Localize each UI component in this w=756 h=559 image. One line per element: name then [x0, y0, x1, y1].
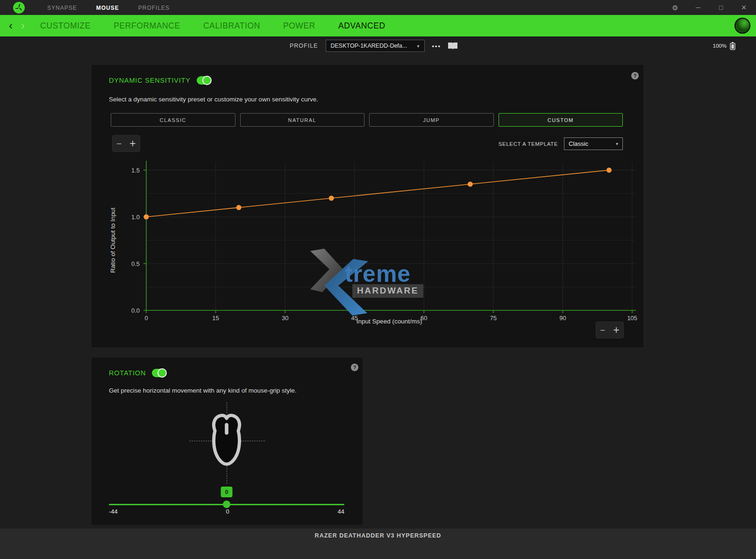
curve-point[interactable]: [144, 215, 149, 220]
zoom-out-button[interactable]: −: [116, 139, 121, 148]
profile-dropdown[interactable]: DESKTOP-1KAREDD-Defa... ▾: [326, 40, 425, 52]
device-nav-items: CUSTOMIZE PERFORMANCE CALIBRATION POWER …: [40, 21, 385, 31]
chart-zoom-control-top: − +: [112, 135, 140, 152]
profile-dropdown-value: DESKTOP-1KAREDD-Defa...: [331, 43, 407, 49]
device-navbar: ‹ › CUSTOMIZE PERFORMANCE CALIBRATION PO…: [0, 15, 756, 36]
razer-logo-icon: [13, 2, 25, 14]
curve-point[interactable]: [329, 196, 334, 201]
open-book-icon: [448, 43, 457, 50]
template-dropdown-value: Classic: [569, 140, 588, 147]
app-tabs: SYNAPSE MOUSE PROFILES: [47, 5, 170, 11]
preset-jump-button[interactable]: JUMP: [369, 113, 494, 127]
dynamic-sensitivity-toggle[interactable]: [197, 76, 211, 85]
nav-customize[interactable]: CUSTOMIZE: [40, 21, 91, 31]
device-name: RAZER DEATHADDER V3 HYPERSPEED: [315, 532, 442, 559]
slider-max-label: 44: [338, 508, 344, 515]
maximize-button[interactable]: □: [717, 0, 725, 15]
dynamic-sensitivity-description: Select a dynamic sensitivity preset or c…: [109, 96, 318, 103]
slider-min-label: -44: [109, 508, 118, 515]
toggle-knob: [157, 368, 167, 378]
profile-more-button[interactable]: •••: [432, 43, 442, 50]
battery-status: 100%: [713, 36, 735, 55]
template-dropdown[interactable]: Classic ▾: [564, 137, 623, 150]
forward-arrow-icon[interactable]: ›: [17, 15, 29, 36]
preset-custom-button[interactable]: CUSTOM: [499, 113, 623, 127]
chevron-down-icon: ▾: [616, 141, 618, 146]
window-controls: ⚙ ─ □ ×: [671, 0, 756, 15]
zoom-in-button[interactable]: +: [129, 138, 136, 149]
curve-point[interactable]: [606, 168, 612, 173]
dynamic-sensitivity-header: DYNAMIC SENSITIVITY: [109, 76, 211, 85]
nav-advanced[interactable]: ADVANCED: [338, 21, 385, 31]
template-selector: SELECT A TEMPLATE Classic ▾: [499, 137, 623, 150]
preset-natural-button[interactable]: NATURAL: [240, 113, 365, 127]
nav-performance[interactable]: PERFORMANCE: [114, 21, 180, 31]
tab-synapse[interactable]: SYNAPSE: [47, 5, 77, 11]
sensitivity-curve-chart[interactable]: 0.00.51.01.50153045607590105Input Speed …: [101, 158, 638, 328]
device-footer: RAZER DEATHADDER V3 HYPERSPEED: [0, 529, 756, 559]
profile-bar: PROFILE DESKTOP-1KAREDD-Defa... ▾ ••• 10…: [0, 36, 756, 55]
profile-label: PROFILE: [290, 43, 318, 49]
settings-gear-icon[interactable]: ⚙: [671, 0, 679, 15]
razer-synapse-window: SYNAPSE MOUSE PROFILES ⚙ ─ □ × ‹ › CUSTO…: [0, 0, 756, 559]
rotation-description: Get precise horizontal movement with any…: [109, 387, 296, 394]
rotation-toggle[interactable]: [152, 369, 166, 377]
profile-group: PROFILE DESKTOP-1KAREDD-Defa... ▾ •••: [290, 36, 457, 55]
tab-profiles[interactable]: PROFILES: [138, 5, 170, 11]
preset-buttons: CLASSIC NATURAL JUMP CUSTOM: [111, 113, 623, 127]
rotation-header: ROTATION: [109, 369, 166, 377]
rotation-title: ROTATION: [109, 369, 146, 377]
battery-icon: [730, 42, 735, 50]
back-arrow-icon[interactable]: ‹: [5, 15, 17, 36]
chart-zoom-control-bottom: − +: [596, 322, 624, 338]
x-tick-label: 75: [490, 315, 497, 322]
mouse-top-view-icon[interactable]: [210, 413, 243, 467]
close-button[interactable]: ×: [740, 0, 748, 15]
toggle-knob: [202, 76, 212, 85]
help-icon[interactable]: ?: [351, 364, 358, 371]
dynamic-sensitivity-panel: ? DYNAMIC SENSITIVITY Select a dynamic s…: [92, 65, 643, 347]
x-tick-label: 15: [212, 315, 219, 322]
tab-mouse[interactable]: MOUSE: [96, 5, 119, 11]
x-axis-title: Input Speed (count/ms): [357, 318, 422, 325]
help-icon[interactable]: ?: [631, 72, 639, 79]
zoom-out-button[interactable]: −: [600, 326, 605, 335]
curve-point[interactable]: [236, 205, 242, 210]
y-axis-title: Ratio of Output to Input: [109, 208, 116, 273]
titlebar: SYNAPSE MOUSE PROFILES ⚙ ─ □ ×: [0, 0, 756, 15]
slider-center-label: 0: [226, 508, 229, 515]
rotation-slider-labels: -44 0 44: [109, 508, 344, 515]
manual-book-icon[interactable]: [448, 43, 457, 50]
curve-point[interactable]: [468, 182, 473, 187]
template-label: SELECT A TEMPLATE: [499, 141, 558, 147]
y-tick-label: 0.0: [131, 307, 140, 314]
battery-percent: 100%: [713, 43, 727, 49]
dynamic-sensitivity-title: DYNAMIC SENSITIVITY: [109, 77, 191, 84]
minimize-button[interactable]: ─: [694, 0, 702, 15]
zoom-in-button[interactable]: +: [613, 325, 619, 336]
rotation-panel: ? ROTATION Get precise horizontal moveme…: [92, 358, 363, 525]
y-tick-label: 0.5: [131, 260, 140, 267]
nav-power[interactable]: POWER: [283, 21, 315, 31]
rotation-slider-knob[interactable]: [223, 501, 230, 508]
user-avatar[interactable]: [735, 18, 750, 34]
y-tick-label: 1.5: [131, 167, 140, 174]
x-tick-label: 30: [282, 315, 288, 322]
y-tick-label: 1.0: [131, 214, 140, 221]
rotation-value-badge: 0: [221, 487, 233, 497]
x-tick-label: 90: [559, 315, 566, 322]
rotation-slider-track[interactable]: 0: [109, 504, 344, 505]
razer-triskelion-icon: [15, 4, 23, 12]
x-tick-label: 105: [627, 315, 637, 322]
chevron-down-icon: ▾: [417, 43, 419, 49]
scroll-wheel-icon: [225, 423, 228, 435]
preset-classic-button[interactable]: CLASSIC: [111, 113, 235, 127]
x-tick-label: 0: [144, 315, 148, 322]
nav-calibration[interactable]: CALIBRATION: [203, 21, 260, 31]
